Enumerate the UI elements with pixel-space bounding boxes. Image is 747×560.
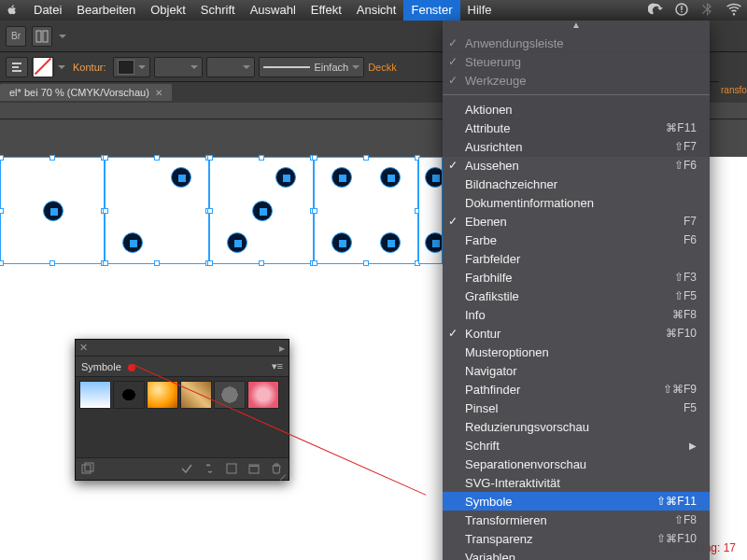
- die-4[interactable]: [314, 157, 418, 264]
- menu-item-separationenvorschau[interactable]: Separationenvorschau: [443, 455, 710, 473]
- apple-menu-icon[interactable]: [6, 4, 19, 17]
- menu-item-dokumentinformationen[interactable]: Dokumentinformationen: [443, 193, 710, 212]
- menubar-status-icons: [648, 2, 741, 20]
- system-menubar: Datei Bearbeiten Objekt Schrift Auswahl …: [0, 0, 747, 21]
- symbol-gerbera[interactable]: [247, 381, 279, 409]
- menu-item-aussehen[interactable]: ✓Aussehen⇧F6: [443, 156, 710, 175]
- arrange-docs-button[interactable]: [32, 26, 52, 47]
- menu-item-attribute[interactable]: Attribute⌘F11: [443, 119, 710, 137]
- menu-item-musteroptionen[interactable]: Musteroptionen: [443, 343, 710, 361]
- symbol-gradient[interactable]: [79, 381, 111, 409]
- menu-item-farbhilfe[interactable]: Farbhilfe⇧F3: [443, 268, 710, 287]
- svg-rect-9: [85, 463, 93, 471]
- document-tab[interactable]: el* bei 70 % (CMYK/Vorschau) ✕: [0, 84, 172, 101]
- symbols-panel[interactable]: ✕ ▸ Symbole ▾≡: [75, 339, 289, 481]
- bluetooth-icon[interactable]: [700, 2, 715, 20]
- svg-rect-6: [12, 66, 19, 68]
- menu-item-bildnachzeichner[interactable]: Bildnachzeichner: [443, 175, 710, 193]
- menu-schrift[interactable]: Schrift: [193, 0, 243, 21]
- menu-item-info[interactable]: Info⌘F8: [443, 305, 710, 324]
- menu-ansicht[interactable]: Ansicht: [349, 0, 404, 21]
- menu-item-kontur[interactable]: ✓Kontur⌘F10: [443, 324, 710, 343]
- bridge-button[interactable]: Br: [6, 26, 26, 47]
- menu-auswahl[interactable]: Auswahl: [243, 0, 303, 21]
- place-symbol-icon[interactable]: [180, 462, 193, 477]
- die-5[interactable]: [418, 157, 443, 264]
- arrange-docs-dropdown[interactable]: [58, 33, 67, 40]
- dice-selection[interactable]: [0, 157, 443, 264]
- menu-hilfe[interactable]: Hilfe: [460, 0, 500, 21]
- menu-item-pinsel[interactable]: PinselF5: [443, 399, 710, 417]
- stroke-profile[interactable]: [206, 57, 255, 77]
- symbol-ink-splat[interactable]: [113, 381, 145, 409]
- die-3[interactable]: [209, 157, 314, 264]
- fill-dropdown[interactable]: [58, 62, 65, 73]
- svg-rect-5: [12, 63, 21, 64]
- menu-fenster[interactable]: Fenster: [403, 0, 459, 21]
- brush-definition[interactable]: Einfach: [259, 57, 364, 77]
- svg-rect-10: [227, 464, 236, 473]
- symbol-orb[interactable]: [147, 381, 178, 409]
- break-link-icon[interactable]: [203, 462, 216, 477]
- menu-item-variablen[interactable]: Variablen: [443, 548, 710, 560]
- align-button[interactable]: [6, 57, 28, 77]
- panel-close-icon[interactable]: ✕: [79, 342, 88, 354]
- menu-item-navigator[interactable]: Navigator: [443, 361, 710, 380]
- menu-item-reduzierungsvorschau[interactable]: Reduzierungsvorschau: [443, 417, 710, 436]
- symbols-grid: [76, 377, 289, 413]
- symbol-libraries-icon[interactable]: [81, 462, 94, 477]
- svg-rect-12: [250, 466, 258, 467]
- document-title: el* bei 70 % (CMYK/Vorschau): [9, 87, 149, 98]
- symbol-ribbon[interactable]: [180, 381, 212, 409]
- close-tab-icon[interactable]: ✕: [155, 88, 162, 98]
- symbol-gear[interactable]: [214, 381, 246, 409]
- svg-rect-8: [82, 465, 91, 473]
- menu-objekt[interactable]: Objekt: [143, 0, 193, 21]
- menu-item-transformieren[interactable]: Transformieren⇧F8: [443, 511, 710, 529]
- menu-item-farbfelder[interactable]: Farbfelder: [443, 249, 710, 268]
- panel-collapse-icon[interactable]: ▸: [279, 342, 285, 355]
- panel-menu-icon[interactable]: ▾≡: [272, 360, 283, 372]
- wifi-icon[interactable]: [726, 2, 741, 20]
- menu-item-steuerung[interactable]: ✓Steuerung: [443, 52, 710, 71]
- transform-panel-tab[interactable]: ransforn: [719, 81, 747, 102]
- svg-rect-4: [43, 31, 48, 42]
- opacity-link[interactable]: Deckk: [368, 62, 397, 73]
- panel-footer: [76, 457, 289, 480]
- menu-item-schrift[interactable]: Schrift▶: [443, 436, 710, 455]
- svg-rect-2: [681, 11, 682, 12]
- menu-scroll-up-icon[interactable]: ▲: [443, 21, 710, 32]
- menu-item-anwendungsleiste[interactable]: ✓Anwendungsleiste: [443, 34, 710, 52]
- notification-icon[interactable]: [674, 2, 689, 20]
- fenster-dropdown: ▲ ✓Anwendungsleiste✓Steuerung✓Werkzeuge …: [443, 21, 710, 560]
- menu-item-farbe[interactable]: FarbeF6: [443, 231, 710, 249]
- menu-item-transparenz[interactable]: Transparenz⇧⌘F10: [443, 529, 710, 548]
- svg-rect-7: [12, 70, 21, 72]
- menu-effekt[interactable]: Effekt: [303, 0, 349, 21]
- menu-item-grafikstile[interactable]: Grafikstile⇧F5: [443, 287, 710, 305]
- menu-bearbeiten[interactable]: Bearbeiten: [69, 0, 143, 21]
- menu-item-symbole[interactable]: Symbole⇧⌘F11: [443, 492, 710, 511]
- menu-item-svg-interaktivit-t[interactable]: SVG-Interaktivität: [443, 473, 710, 492]
- menu-separator: [443, 94, 710, 95]
- die-1[interactable]: [0, 157, 105, 264]
- stroke-label: Kontur:: [69, 62, 109, 73]
- menu-item-werkzeuge[interactable]: ✓Werkzeuge: [443, 71, 710, 90]
- menu-item-pathfinder[interactable]: Pathfinder⇧⌘F9: [443, 380, 710, 399]
- svg-rect-3: [36, 31, 41, 42]
- stroke-color[interactable]: [113, 57, 150, 77]
- panel-resize-handle[interactable]: [277, 469, 287, 478]
- symbol-options-icon[interactable]: [225, 462, 238, 477]
- sync-icon[interactable]: [648, 2, 663, 20]
- new-symbol-icon[interactable]: [247, 462, 261, 477]
- panel-tab-symbole[interactable]: Symbole: [81, 361, 121, 372]
- no-fill-swatch[interactable]: [32, 57, 54, 77]
- svg-rect-1: [681, 6, 682, 10]
- menu-item-aktionen[interactable]: Aktionen: [443, 100, 710, 119]
- menu-datei[interactable]: Datei: [26, 0, 69, 21]
- stroke-width[interactable]: [154, 57, 203, 77]
- menu-item-ebenen[interactable]: ✓EbenenF7: [443, 212, 710, 231]
- menu-item-ausrichten[interactable]: Ausrichten⇧F7: [443, 137, 710, 156]
- die-2[interactable]: [105, 157, 209, 264]
